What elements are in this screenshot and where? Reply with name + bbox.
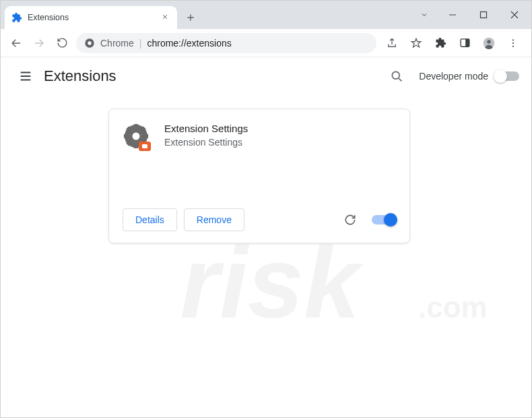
toggle-knob xyxy=(384,213,397,227)
details-button[interactable]: Details xyxy=(123,208,177,231)
svg-point-12 xyxy=(512,45,514,47)
omnibox-url: chrome://extensions xyxy=(147,38,231,49)
forward-button[interactable] xyxy=(28,32,51,55)
extensions-button[interactable] xyxy=(429,32,452,55)
extension-description: Extension Settings xyxy=(164,137,396,148)
svg-point-10 xyxy=(512,39,514,40)
back-button[interactable] xyxy=(5,32,28,55)
extensions-header: Extensions Developer mode xyxy=(1,57,531,95)
tab-close-button[interactable] xyxy=(160,11,170,24)
tab-search-button[interactable] xyxy=(411,2,437,28)
details-label: Details xyxy=(135,214,164,225)
omnibox-divider: | xyxy=(139,38,142,49)
kebab-menu-button[interactable] xyxy=(502,32,525,55)
svg-point-13 xyxy=(393,71,400,79)
reload-button[interactable] xyxy=(51,32,73,55)
svg-point-5 xyxy=(88,41,91,44)
extension-card: Extension Settings Extension Settings De… xyxy=(108,109,410,243)
extension-enable-toggle[interactable] xyxy=(372,215,396,225)
remove-label: Remove xyxy=(197,214,232,225)
minimize-button[interactable] xyxy=(437,2,468,28)
close-window-button[interactable] xyxy=(499,2,530,28)
svg-point-19 xyxy=(143,144,147,148)
toolbar: Chrome | chrome://extensions xyxy=(1,29,531,57)
omnibox-product: Chrome xyxy=(100,38,134,49)
chrome-icon xyxy=(84,38,95,49)
browser-tab[interactable]: Extensions xyxy=(5,6,177,29)
svg-rect-7 xyxy=(465,39,469,47)
window-controls xyxy=(411,1,531,29)
hamburger-menu-button[interactable] xyxy=(13,63,38,89)
tab-title: Extensions xyxy=(28,13,69,22)
toggle-knob xyxy=(494,69,507,83)
bookmark-button[interactable] xyxy=(405,32,428,55)
svg-point-16 xyxy=(133,133,140,140)
svg-point-11 xyxy=(512,42,514,43)
maximize-button[interactable] xyxy=(468,2,499,28)
svg-text:.com: .com xyxy=(418,291,488,324)
reload-extension-button[interactable] xyxy=(338,208,362,232)
developer-mode-label: Developer mode xyxy=(419,71,488,82)
sidepanel-button[interactable] xyxy=(453,32,476,55)
extension-icon xyxy=(11,12,22,23)
extensions-content: Extension Settings Extension Settings De… xyxy=(1,95,531,243)
remove-button[interactable]: Remove xyxy=(184,208,244,231)
address-bar[interactable]: Chrome | chrome://extensions xyxy=(76,33,376,53)
page-title: Extensions xyxy=(44,67,117,85)
developer-mode-toggle[interactable] xyxy=(495,71,519,81)
svg-point-9 xyxy=(487,40,490,43)
svg-rect-3 xyxy=(481,12,487,18)
search-button[interactable] xyxy=(384,63,409,89)
tab-strip: Extensions xyxy=(1,1,531,29)
share-button[interactable] xyxy=(380,32,403,55)
extension-gear-icon xyxy=(123,123,152,152)
new-tab-button[interactable] xyxy=(181,8,200,27)
extension-name: Extension Settings xyxy=(164,123,396,134)
profile-button[interactable] xyxy=(477,32,500,55)
